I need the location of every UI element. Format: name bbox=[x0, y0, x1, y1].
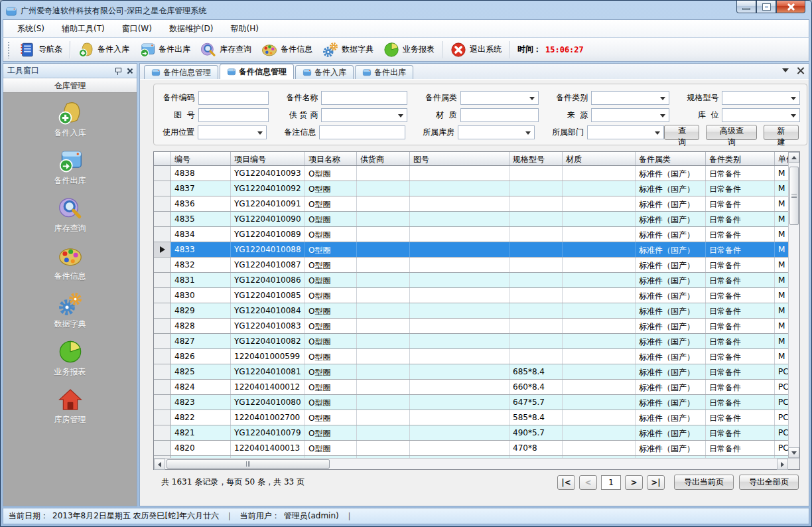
sidebar-item-parts-info[interactable]: 备件信息 bbox=[3, 243, 137, 282]
row-selector[interactable] bbox=[154, 395, 171, 410]
row-selector[interactable] bbox=[154, 273, 171, 287]
first-page-button[interactable]: |< bbox=[557, 475, 575, 490]
toolbar-grip-handle[interactable] bbox=[7, 41, 11, 58]
part-class-select[interactable] bbox=[591, 91, 669, 105]
sidebar-item-business-report[interactable]: 业务报表 bbox=[3, 339, 137, 378]
row-selector[interactable] bbox=[154, 227, 171, 242]
table-row[interactable]: 4830YG12204010085O型圈标准件（国产）日常备件M bbox=[154, 288, 788, 303]
new-button[interactable]: 新建 bbox=[764, 125, 799, 140]
row-selector[interactable] bbox=[154, 364, 171, 379]
remark-input[interactable] bbox=[319, 125, 405, 139]
sidebar-item-parts-out[interactable]: 备件出库 bbox=[3, 147, 137, 187]
menu-item-data-maintenance[interactable]: 数据维护(D) bbox=[161, 21, 222, 37]
scroll-left-icon[interactable] bbox=[154, 459, 165, 470]
grid-col-header-6[interactable]: 材质 bbox=[563, 152, 636, 165]
table-row[interactable]: 48221220401002700O型圈585*8.4标准件（国产）日常备件PC bbox=[154, 410, 788, 425]
row-selector[interactable] bbox=[154, 334, 171, 348]
supplier-select[interactable] bbox=[321, 108, 407, 122]
minimize-button[interactable] bbox=[736, 1, 756, 13]
row-selector[interactable] bbox=[154, 410, 171, 425]
tab-list-dropdown-icon[interactable] bbox=[782, 68, 789, 72]
row-selector[interactable] bbox=[154, 380, 171, 394]
row-selector[interactable] bbox=[154, 349, 171, 364]
scroll-up-icon[interactable] bbox=[788, 152, 799, 163]
warehouse-select[interactable] bbox=[458, 125, 535, 139]
table-row[interactable]: 4832YG12204010087O型圈标准件（国产）日常备件M bbox=[154, 258, 788, 273]
page-number-input[interactable] bbox=[601, 475, 621, 490]
query-button[interactable]: 查询 bbox=[664, 125, 699, 140]
table-row[interactable]: 4827YG12204010082O型圈标准件（国产）日常备件M bbox=[154, 334, 788, 349]
row-selector[interactable] bbox=[154, 303, 171, 318]
grid-col-header-2[interactable]: 项目名称 bbox=[305, 152, 357, 165]
vertical-scrollbar[interactable] bbox=[788, 152, 799, 458]
table-row[interactable]: 4835YG12204010090O型圈标准件（国产）日常备件M bbox=[154, 212, 788, 227]
tab-close-icon[interactable] bbox=[797, 67, 803, 74]
part-name-input[interactable] bbox=[321, 91, 407, 105]
toolbar-parts-in-button[interactable]: 备件入库 bbox=[73, 39, 134, 60]
scroll-right-icon[interactable] bbox=[777, 459, 788, 470]
grid-col-header-9[interactable]: 单位 bbox=[775, 152, 788, 165]
row-selector[interactable] bbox=[154, 242, 171, 257]
row-selector[interactable] bbox=[154, 181, 171, 196]
horizontal-scroll-thumb[interactable] bbox=[167, 459, 330, 469]
table-row[interactable]: 4833YG12204010088O型圈标准件（国产）日常备件M bbox=[154, 242, 788, 258]
export-all-pages-button[interactable]: 导出全部页 bbox=[739, 475, 799, 490]
grid-col-header-7[interactable]: 备件属类 bbox=[636, 152, 706, 165]
menu-item-help[interactable]: 帮助(H) bbox=[222, 21, 267, 37]
grid-col-header-4[interactable]: 图号 bbox=[410, 152, 509, 165]
sidebar-item-warehouse-mgmt[interactable]: 库房管理 bbox=[3, 386, 137, 425]
row-selector[interactable] bbox=[154, 196, 171, 211]
grid-col-header-1[interactable]: 项目编号 bbox=[231, 152, 305, 165]
part-code-input[interactable] bbox=[198, 91, 269, 105]
table-row[interactable]: 4825YG12204010081O型圈685*8.4标准件（国产）日常备件PC bbox=[154, 364, 788, 380]
table-row[interactable]: 4831YG12204010086O型圈标准件（国产）日常备件M bbox=[154, 273, 788, 288]
row-selector[interactable] bbox=[154, 425, 171, 440]
row-selector[interactable] bbox=[154, 258, 171, 272]
menu-item-aux-tools[interactable]: 辅助工具(T) bbox=[53, 21, 113, 37]
sidebar-close-icon[interactable] bbox=[127, 68, 133, 74]
table-row[interactable]: 4821YG12204010079O型圈490*5.7标准件（国产）日常备件PC bbox=[154, 425, 788, 441]
toolbar-exit-system-button[interactable]: 退出系统 bbox=[445, 39, 506, 60]
table-row[interactable]: 48261220401000599O型圈标准件（国产）日常备件M bbox=[154, 349, 788, 364]
next-page-button[interactable]: > bbox=[625, 475, 643, 490]
last-page-button[interactable]: >| bbox=[647, 475, 665, 490]
table-row[interactable]: 4829YG12204010084O型圈标准件（国产）日常备件M bbox=[154, 303, 788, 319]
toolbar-parts-out-button[interactable]: 备件出库 bbox=[134, 39, 195, 60]
table-row[interactable]: 4836YG12204010091O型圈标准件（国产）日常备件M bbox=[154, 196, 788, 212]
toolbar-inventory-query-button[interactable]: 库存查询 bbox=[195, 39, 256, 60]
row-selector[interactable] bbox=[154, 319, 171, 333]
source-select[interactable] bbox=[591, 108, 669, 122]
grid-col-header-5[interactable]: 规格型号 bbox=[509, 152, 563, 165]
usage-position-select[interactable] bbox=[198, 125, 267, 139]
toolbar-business-report-button[interactable]: 业务报表 bbox=[378, 39, 439, 60]
department-select[interactable] bbox=[587, 125, 664, 139]
sidebar-item-inventory-query[interactable]: 库存查询 bbox=[3, 195, 137, 234]
row-selector[interactable] bbox=[154, 441, 171, 455]
table-row[interactable]: 4834YG12204010089O型圈标准件（国产）日常备件M bbox=[154, 227, 788, 242]
export-current-page-button[interactable]: 导出当前页 bbox=[674, 475, 734, 490]
table-row[interactable]: 4828YG12204010083O型圈标准件（国产）日常备件M bbox=[154, 319, 788, 334]
tab-parts-info-mgmt-2[interactable]: 备件信息管理 bbox=[220, 64, 294, 79]
titlebar[interactable]: 广州爱奇迪软件科技有限公司-深田之星仓库管理系统 bbox=[3, 3, 809, 19]
horizontal-scrollbar[interactable] bbox=[154, 459, 788, 469]
table-row[interactable]: 48241220401400012O型圈660*8.4标准件（国产）日常备件PC bbox=[154, 380, 788, 395]
toolbar-parts-info-button[interactable]: 备件信息 bbox=[256, 39, 317, 60]
grid-col-header-3[interactable]: 供货商 bbox=[357, 152, 410, 165]
tab-parts-in[interactable]: 备件入库 bbox=[295, 65, 354, 79]
location-select[interactable] bbox=[722, 108, 800, 122]
toolbar-nav-bar-button[interactable]: 导航条 bbox=[14, 39, 67, 60]
grid-col-header-0[interactable]: 编号 bbox=[171, 152, 231, 165]
tab-parts-out[interactable]: 备件出库 bbox=[355, 65, 413, 79]
row-selector[interactable] bbox=[154, 288, 171, 303]
material-input[interactable] bbox=[460, 108, 539, 122]
drawing-no-input[interactable] bbox=[198, 108, 269, 122]
tab-parts-info-mgmt-1[interactable]: 备件信息管理 bbox=[144, 65, 218, 79]
spec-model-select[interactable] bbox=[722, 91, 800, 105]
pin-icon[interactable] bbox=[115, 67, 121, 75]
toolbar-data-dict-button[interactable]: 数据字典 bbox=[317, 39, 378, 60]
scroll-down-icon[interactable] bbox=[788, 447, 799, 458]
table-row[interactable]: 4837YG12204010092O型圈标准件（国产）日常备件M bbox=[154, 181, 788, 196]
close-button[interactable] bbox=[776, 1, 805, 13]
grid-select-all-header[interactable] bbox=[154, 152, 171, 165]
grid-col-header-8[interactable]: 备件类别 bbox=[706, 152, 775, 165]
